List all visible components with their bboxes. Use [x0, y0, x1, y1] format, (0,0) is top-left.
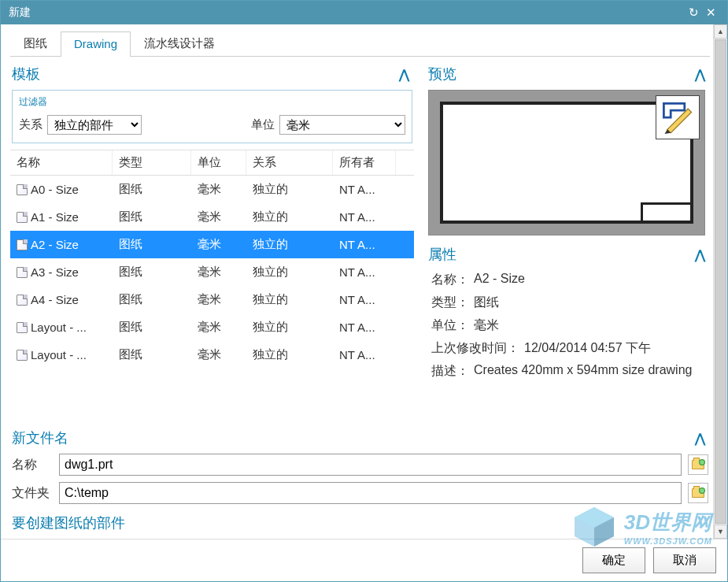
prop-name-label: 名称： — [431, 272, 469, 288]
dialog-buttons: 确定 取消 — [1, 539, 727, 581]
col-owner[interactable]: 所有者 — [333, 150, 396, 175]
tab-bar: 图纸 Drawing 流水线设计器 — [10, 31, 710, 57]
document-icon — [17, 295, 28, 306]
preview-title: 预览 — [428, 65, 456, 83]
prop-modified-value: 12/04/2014 04:57 下午 — [524, 340, 705, 357]
columns: 模板 ⋀ 过滤器 关系 独立的部件 单位 — [10, 61, 710, 422]
collapse-properties-icon[interactable]: ⋀ — [695, 247, 705, 262]
close-icon[interactable]: ✕ — [702, 4, 719, 21]
newfile-folder-label: 文件夹 — [12, 485, 53, 502]
browse-folder-button[interactable] — [688, 483, 708, 503]
ok-button[interactable]: 确定 — [582, 547, 645, 573]
newfile-header: 新文件名 ⋀ — [10, 425, 710, 450]
document-icon — [17, 322, 28, 333]
document-icon — [17, 350, 28, 361]
prop-modified-label: 上次修改时间： — [431, 340, 519, 357]
filter-unit-select[interactable]: 毫米 — [279, 115, 405, 135]
prop-type-label: 类型： — [431, 295, 469, 311]
collapse-templates-icon[interactable]: ⋀ — [399, 67, 409, 82]
filter-relation-label: 关系 — [19, 117, 42, 132]
newfile-name-label: 名称 — [12, 457, 53, 473]
table-body: A0 - Size图纸毫米独立的NT A...A1 - Size图纸毫米独立的N… — [10, 176, 414, 422]
col-unit[interactable]: 单位 — [191, 150, 246, 175]
document-icon — [17, 184, 28, 195]
prop-type-value: 图纸 — [474, 295, 705, 311]
templates-panel: 模板 ⋀ 过滤器 关系 独立的部件 单位 — [10, 61, 414, 422]
vertical-scrollbar[interactable]: ▲ ▼ — [713, 24, 727, 539]
refresh-icon[interactable]: ↻ — [685, 4, 702, 21]
tab-drawing[interactable]: Drawing — [61, 32, 131, 57]
table-row[interactable]: A2 - Size图纸毫米独立的NT A... — [10, 231, 414, 258]
dialog-content: 图纸 Drawing 流水线设计器 模板 ⋀ 过滤器 关系 — [1, 24, 727, 539]
newfile-name-input[interactable] — [59, 454, 682, 476]
preview-box — [428, 90, 705, 235]
table-row[interactable]: A0 - Size图纸毫米独立的NT A... — [10, 176, 414, 203]
properties-title: 属性 — [428, 245, 456, 264]
col-type[interactable]: 类型 — [113, 150, 191, 175]
filter-box: 过滤器 关系 独立的部件 单位 毫米 — [12, 90, 412, 143]
filter-title: 过滤器 — [19, 95, 405, 109]
newfile-title: 新文件名 — [12, 428, 68, 447]
newfile-section: 新文件名 ⋀ 名称 文件夹 — [10, 422, 710, 507]
scroll-thumb[interactable] — [715, 39, 726, 524]
prop-unit-value: 毫米 — [474, 317, 705, 334]
filter-relation-select[interactable]: 独立的部件 — [47, 115, 142, 135]
drafting-tool-icon — [656, 95, 700, 139]
table-header: 名称 类型 单位 关系 所有者 — [10, 150, 414, 176]
col-relation[interactable]: 关系 — [246, 150, 333, 175]
scroll-down-icon[interactable]: ▼ — [714, 525, 727, 539]
filter-unit-label: 单位 — [251, 117, 275, 132]
prop-desc-label: 描述： — [431, 363, 469, 380]
prop-unit-label: 单位： — [431, 317, 469, 334]
right-panel: 预览 ⋀ 属性 ⋀ 名称：A2 - Size — [427, 61, 710, 422]
collapse-newfile-icon[interactable]: ⋀ — [695, 431, 705, 446]
folder-icon — [692, 488, 704, 498]
document-icon — [17, 212, 28, 223]
folder-icon — [692, 460, 704, 469]
parts-section-header: 要创建图纸的部件 — [10, 507, 710, 532]
document-icon — [17, 267, 28, 278]
document-icon — [17, 239, 28, 250]
table-row[interactable]: A1 - Size图纸毫米独立的NT A... — [10, 203, 414, 231]
browse-name-button[interactable] — [688, 454, 708, 475]
table-row[interactable]: Layout - ...图纸毫米独立的NT A... — [10, 341, 414, 369]
new-dialog: 新建 ↻ ✕ 图纸 Drawing 流水线设计器 模板 ⋀ 过滤器 — [0, 0, 728, 582]
table-row[interactable]: Layout - ...图纸毫米独立的NT A... — [10, 313, 414, 341]
templates-header: 模板 ⋀ — [10, 61, 414, 87]
prop-desc-value: Creates 420mm x 594mm size drawing — [474, 363, 705, 380]
templates-title: 模板 — [12, 65, 40, 83]
newfile-folder-input[interactable] — [59, 482, 682, 504]
templates-table: 名称 类型 单位 关系 所有者 A0 - Size图纸毫米独立的NT A...A… — [10, 150, 414, 422]
titlebar: 新建 ↻ ✕ — [1, 1, 727, 24]
properties-list: 名称：A2 - Size 类型：图纸 单位：毫米 上次修改时间：12/04/20… — [427, 267, 710, 384]
scroll-up-icon[interactable]: ▲ — [714, 24, 727, 39]
tab-pipeline[interactable]: 流水线设计器 — [131, 31, 228, 56]
properties-header: 属性 ⋀ — [427, 242, 710, 267]
table-row[interactable]: A3 - Size图纸毫米独立的NT A... — [10, 258, 414, 286]
collapse-preview-icon[interactable]: ⋀ — [695, 67, 705, 82]
cancel-button[interactable]: 取消 — [653, 547, 716, 573]
window-title: 新建 — [9, 6, 685, 20]
tab-tuzhuo[interactable]: 图纸 — [10, 31, 61, 56]
main-area: 图纸 Drawing 流水线设计器 模板 ⋀ 过滤器 关系 — [1, 24, 713, 539]
table-row[interactable]: A4 - Size图纸毫米独立的NT A... — [10, 286, 414, 313]
prop-name-value: A2 - Size — [474, 272, 705, 288]
preview-header: 预览 ⋀ — [427, 61, 710, 87]
col-name[interactable]: 名称 — [10, 150, 113, 175]
